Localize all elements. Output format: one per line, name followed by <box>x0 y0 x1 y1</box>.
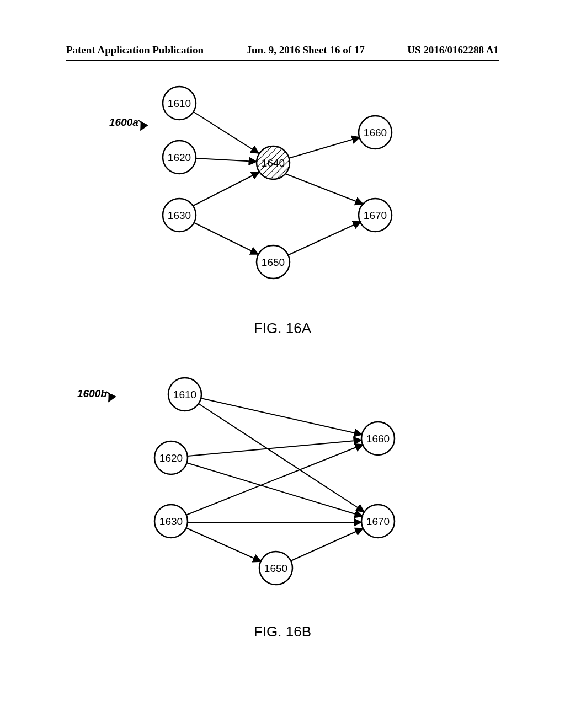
node-1620-label: 1620 <box>168 152 191 163</box>
page-header: Patent Application Publication Jun. 9, 2… <box>0 44 565 56</box>
edge-1650-1670 <box>291 528 363 561</box>
figure-16b-caption: FIG. 16B <box>0 623 565 640</box>
header-left: Patent Application Publication <box>66 44 204 56</box>
edge-1630-1640 <box>193 172 259 206</box>
node-1670-label: 1670 <box>366 516 390 527</box>
node-1650-label: 1650 <box>262 256 285 268</box>
node-1640-label: 1640 <box>262 157 285 169</box>
node-1610-label: 1610 <box>168 98 191 109</box>
header-rule <box>66 60 499 61</box>
node-1620-label: 1620 <box>159 452 183 464</box>
node-1630-label: 1630 <box>159 516 183 527</box>
figure-16b-ref: 1600b <box>77 388 107 399</box>
figure-16a-caption: FIG. 16A <box>0 320 565 337</box>
node-1630-label: 1630 <box>168 210 191 221</box>
header-right: US 2016/0162288 A1 <box>407 44 499 56</box>
ref-hook-arrow <box>138 120 142 130</box>
edge-1610-1640 <box>194 112 259 153</box>
edge-1630-1650 <box>186 528 261 561</box>
edge-1650-1670 <box>287 222 361 255</box>
node-1660-label: 1660 <box>364 127 387 138</box>
edge-1640-1670 <box>285 174 363 204</box>
edge-1610-1660 <box>201 398 362 435</box>
node-1670-label: 1670 <box>364 210 387 221</box>
figure-16a: 1600a 1610 1620 1630 1640 1650 1660 1670 <box>88 80 430 295</box>
node-1610-label: 1610 <box>173 389 196 400</box>
edge-1620-1640 <box>196 158 257 162</box>
node-1660-label: 1660 <box>366 433 390 445</box>
node-1650-label: 1650 <box>264 563 287 574</box>
edge-1630-1660 <box>186 445 363 515</box>
edge-1610-1670 <box>199 404 364 512</box>
figure-16a-ref: 1600a <box>109 116 138 128</box>
edge-1640-1660 <box>289 137 360 158</box>
figure-16b: 1600b 1610 1620 1630 1650 1660 1670 <box>72 370 436 601</box>
edge-1630-1650 <box>194 223 258 254</box>
edge-1620-1670 <box>186 463 363 516</box>
header-center: Jun. 9, 2016 Sheet 16 of 17 <box>247 44 365 56</box>
